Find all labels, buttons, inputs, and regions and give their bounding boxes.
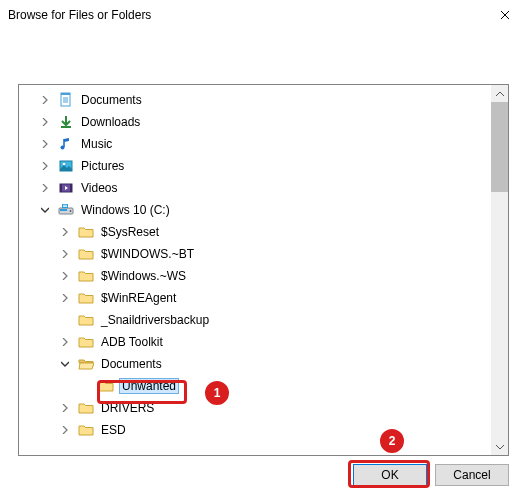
svg-rect-13 [60,209,67,211]
scroll-down-icon[interactable] [491,438,508,455]
folder-icon [97,377,115,395]
tree-item-music[interactable]: Music [35,133,508,155]
titlebar: Browse for Files or Folders [0,0,527,30]
tree-item-label: $Windows.~WS [101,269,186,283]
chevron-right-icon [59,248,71,260]
tree-item-pictures[interactable]: Pictures [35,155,508,177]
tree-item-label: Videos [81,181,117,195]
tree-item[interactable]: $Windows.~WS [55,265,508,287]
svg-point-6 [61,146,65,150]
window-title: Browse for Files or Folders [8,8,482,22]
close-button[interactable] [482,0,527,30]
tree-item-videos[interactable]: Videos [35,177,508,199]
svg-rect-17 [63,206,67,207]
tree-item-label: $WINDOWS.~BT [101,247,194,261]
tree-item-label: Documents [101,357,162,371]
tree-item-drive-c[interactable]: Windows 10 (C:) [35,199,508,221]
folder-tree-container: Documents Downloads Music Pictures Video [18,84,509,456]
folder-icon [77,223,95,241]
chevron-right-icon [59,402,71,414]
tree-item-label: Unwanted [119,378,179,394]
tree-item[interactable]: DRIVERS [55,397,508,419]
chevron-right-icon [59,336,71,348]
folder-open-icon [77,355,95,373]
chevron-right-icon [39,94,51,106]
tree-item-label: _Snaildriversbackup [101,313,209,327]
tree-item-downloads[interactable]: Downloads [35,111,508,133]
tree-item-label: $SysReset [101,225,159,239]
tree-item-documents-folder[interactable]: Documents [55,353,508,375]
tree-item[interactable]: _Snaildriversbackup [55,309,508,331]
downloads-icon [57,113,75,131]
close-icon [500,10,510,20]
tree-item-label: DRIVERS [101,401,154,415]
folder-icon [77,311,95,329]
folder-icon [77,421,95,439]
tree-item[interactable]: $WINDOWS.~BT [55,243,508,265]
chevron-right-icon [39,138,51,150]
tree-item[interactable]: $WinREAgent [55,287,508,309]
svg-point-8 [63,163,66,166]
svg-rect-16 [63,205,67,206]
scrollbar-thumb[interactable] [491,102,508,192]
vertical-scrollbar[interactable] [491,85,508,455]
chevron-right-icon [39,116,51,128]
chevron-right-icon [59,270,71,282]
folder-icon [77,267,95,285]
chevron-right-icon [59,424,71,436]
tree-item-label: ADB Toolkit [101,335,163,349]
button-label: OK [381,468,398,482]
folder-icon [77,399,95,417]
tree-item[interactable]: ADB Toolkit [55,331,508,353]
tree-item-label: ESD [101,423,126,437]
tree-item[interactable]: ESD [55,419,508,441]
folder-icon [77,289,95,307]
dialog-buttons: OK Cancel [353,464,509,486]
chevron-down-icon [39,204,51,216]
ok-button[interactable]: OK [353,464,427,486]
svg-point-14 [70,210,72,212]
svg-rect-11 [70,184,72,192]
scrollbar-track[interactable] [491,102,508,438]
tree-item-documents[interactable]: Documents [35,89,508,111]
svg-rect-1 [61,93,70,95]
music-icon [57,135,75,153]
folder-icon [77,333,95,351]
cancel-button[interactable]: Cancel [435,464,509,486]
dialog-body: Documents Downloads Music Pictures Video [0,30,527,456]
tree-item-label: Music [81,137,112,151]
tree-item-label: Windows 10 (C:) [81,203,170,217]
tree-item-label: Downloads [81,115,140,129]
chevron-right-icon [59,292,71,304]
chevron-right-icon [39,182,51,194]
button-label: Cancel [453,468,490,482]
chevron-right-icon [59,226,71,238]
folder-icon [77,245,95,263]
tree-item-label: Documents [81,93,142,107]
scroll-up-icon[interactable] [491,85,508,102]
chevron-right-icon [39,160,51,172]
tree-item-label: Pictures [81,159,124,173]
chevron-down-icon [59,358,71,370]
videos-icon [57,179,75,197]
svg-rect-10 [60,184,62,192]
tree-item[interactable]: $SysReset [55,221,508,243]
tree-item-unwanted[interactable]: Unwanted [75,375,508,397]
documents-icon [57,91,75,109]
folder-tree[interactable]: Documents Downloads Music Pictures Video [19,85,508,445]
tree-item-label: $WinREAgent [101,291,176,305]
pictures-icon [57,157,75,175]
drive-icon [57,201,75,219]
